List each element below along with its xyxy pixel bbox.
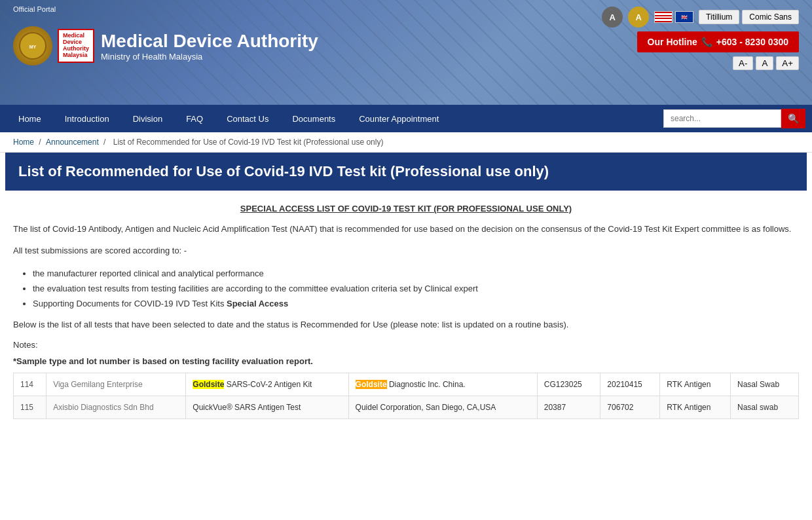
header-banner: Official Portal MY MedicalDeviceAuthorit… (0, 0, 812, 105)
main-navigation: Home Introduction Division FAQ Contact U… (0, 105, 812, 132)
breadcrumb-separator-1: / (39, 138, 43, 147)
nav-item-documents[interactable]: Documents (280, 107, 347, 130)
font-comicsans-button[interactable]: Comic Sans (742, 10, 799, 24)
type-114: RTK Antigen (660, 373, 731, 396)
text-size-normal-button[interactable]: A (756, 56, 773, 70)
font-titillium-button[interactable]: Titillium (699, 10, 739, 24)
nav-item-introduction[interactable]: Introduction (53, 107, 121, 130)
lot-114: CG123025 (537, 373, 600, 396)
flag-uk-icon[interactable]: 🇬🇧 (675, 11, 693, 23)
manufacturer-115: Quidel Corporation, San Diego, CA,USA (348, 396, 537, 418)
nav-item-home[interactable]: Home (7, 107, 53, 130)
sample-note: *Sample type and lot number is based on … (13, 356, 799, 366)
svg-text:MY: MY (29, 45, 37, 49)
search-area: 🔍 (663, 109, 805, 128)
intro-paragraph-1: The list of Covid-19 Antibody, Antigen a… (13, 223, 799, 236)
text-size-increase-button[interactable]: A+ (776, 56, 799, 70)
mda-logo: MedicalDeviceAuthorityMalaysia (58, 29, 94, 63)
row-number-114: 114 (14, 373, 46, 396)
avatar-yellow[interactable]: A (628, 7, 649, 28)
criteria-list: the manufacturer reported clinical and a… (33, 266, 799, 312)
hotline-number: +603 - 8230 0300 (716, 37, 788, 47)
batch-114: 20210415 (600, 373, 660, 396)
notes-label: Notes: (13, 340, 799, 350)
company-115: Axisbio Diagnostics Sdn Bhd (46, 396, 186, 418)
batch-115: 706702 (600, 396, 660, 418)
hotline-bar: Our Hotline 📞 +603 - 8230 0300 (637, 31, 799, 52)
logo-area: MY MedicalDeviceAuthorityMalaysia Medica… (13, 26, 318, 65)
nav-item-division[interactable]: Division (121, 107, 175, 130)
coat-of-arms-icon: MY (13, 26, 52, 65)
search-input[interactable] (663, 109, 781, 128)
bullet-item-3: Supporting Documents for COVID-19 IVD Te… (33, 296, 799, 311)
breadcrumb-current: List of Recommended for Use of Covid-19 … (113, 138, 384, 147)
table-row: 114 Viga Gemilang Enterprise Goldsite SA… (14, 373, 799, 396)
product-114: Goldsite SARS-CoV-2 Antigen Kit (186, 373, 348, 396)
font-buttons: Titillium Comic Sans (699, 10, 799, 24)
page-title-bar: List of Recommended for Use of Covid-19 … (5, 153, 807, 191)
special-access-title: SPECIAL ACCESS LIST OF COVID-19 TEST KIT… (13, 204, 799, 214)
sample-114: Nasal Swab (731, 373, 799, 396)
phone-icon: 📞 (701, 37, 712, 47)
type-115: RTK Antigen (660, 396, 731, 418)
flag-icons: 🇬🇧 (654, 11, 693, 23)
org-name: Medical Device Authority (101, 31, 318, 52)
text-size-decrease-button[interactable]: A- (733, 56, 753, 70)
org-title-area: Medical Device Authority Ministry of Hea… (101, 31, 318, 62)
breadcrumb-separator-2: / (103, 138, 108, 147)
test-kit-table: 114 Viga Gemilang Enterprise Goldsite SA… (13, 373, 799, 419)
manufacturer-114: Goldsite Diagnostic Inc. China. (348, 373, 537, 396)
org-subtitle: Ministry of Health Malaysia (101, 52, 318, 62)
flag-malaysia-icon[interactable] (654, 11, 673, 23)
breadcrumb: Home / Announcement / List of Recommende… (0, 132, 812, 153)
product-115: QuickVue® SARS Antigen Test (186, 396, 348, 418)
sample-115: Nasal swab (731, 396, 799, 418)
breadcrumb-home[interactable]: Home (13, 138, 34, 147)
company-114: Viga Gemilang Enterprise (46, 373, 186, 396)
hotline-label: Our Hotline (648, 37, 697, 47)
page-title: List of Recommended for Use of Covid-19 … (18, 163, 794, 180)
nav-items-list: Home Introduction Division FAQ Contact U… (7, 107, 663, 130)
breadcrumb-announcement[interactable]: Announcement (46, 138, 99, 147)
bullet-item-1: the manufacturer reported clinical and a… (33, 266, 799, 281)
nav-item-faq[interactable]: FAQ (174, 107, 215, 130)
text-size-controls: A- A A+ (733, 56, 799, 70)
bullet-item-2: the evaluation test results from testing… (33, 281, 799, 296)
nav-item-contact-us[interactable]: Contact Us (215, 107, 280, 130)
intro-paragraph-2: All test submissions are scored accordin… (13, 244, 799, 258)
nav-item-counter-appointment[interactable]: Counter Appointment (347, 107, 451, 130)
main-content: SPECIAL ACCESS LIST OF COVID-19 TEST KIT… (0, 191, 812, 432)
row-number-115: 115 (14, 396, 46, 418)
header-right-controls: A A 🇬🇧 Titillium Comic Sans Our Hotline … (602, 7, 799, 70)
search-button[interactable]: 🔍 (781, 109, 805, 128)
lot-115: 20387 (537, 396, 600, 418)
table-row: 115 Axisbio Diagnostics Sdn Bhd QuickVue… (14, 396, 799, 418)
below-text: Below is the list of all tests that have… (13, 318, 799, 332)
avatar-grey[interactable]: A (602, 7, 623, 28)
